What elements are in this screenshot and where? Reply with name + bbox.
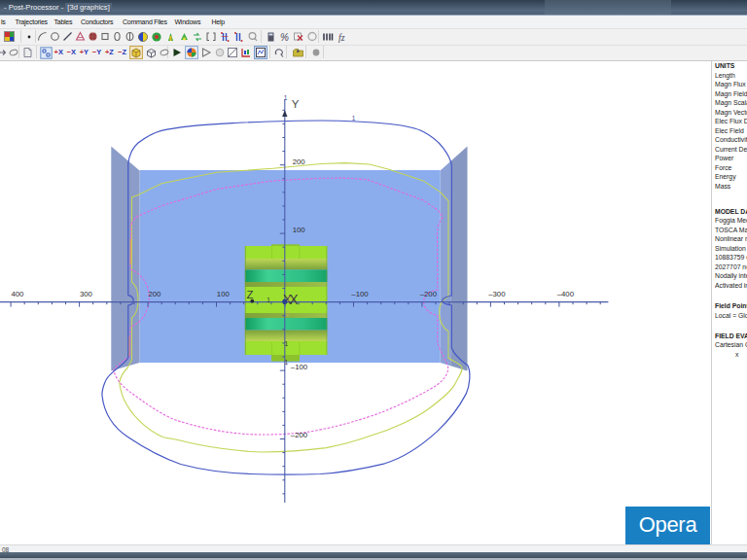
svg-text:%: % (280, 32, 289, 43)
svg-text:–400: –400 (557, 290, 575, 298)
svg-text:fz: fz (338, 33, 345, 43)
svg-text:Z: Z (247, 289, 254, 300)
svg-text:100: 100 (217, 290, 231, 298)
svg-text:–100: –100 (351, 290, 369, 298)
svg-text:–300: –300 (488, 290, 506, 298)
svg-text:2: 2 (287, 296, 291, 302)
svg-text:1: 1 (352, 115, 356, 122)
svg-text:1: 1 (285, 359, 289, 366)
svg-text:2: 2 (286, 310, 290, 317)
svg-text:200: 200 (293, 158, 306, 166)
svg-text:X: X (289, 292, 299, 307)
svg-text:Y: Y (292, 98, 300, 110)
svg-text:100: 100 (293, 226, 306, 234)
svg-text:400: 400 (11, 290, 24, 298)
svg-text:–200: –200 (420, 290, 438, 298)
svg-text:1: 1 (267, 297, 270, 303)
svg-text:300: 300 (80, 290, 93, 298)
svg-text:1: 1 (285, 340, 289, 347)
svg-text:1: 1 (284, 94, 288, 101)
svg-text:200: 200 (148, 290, 161, 298)
svg-text:–100: –100 (291, 363, 308, 371)
svg-text:–200: –200 (291, 431, 308, 439)
